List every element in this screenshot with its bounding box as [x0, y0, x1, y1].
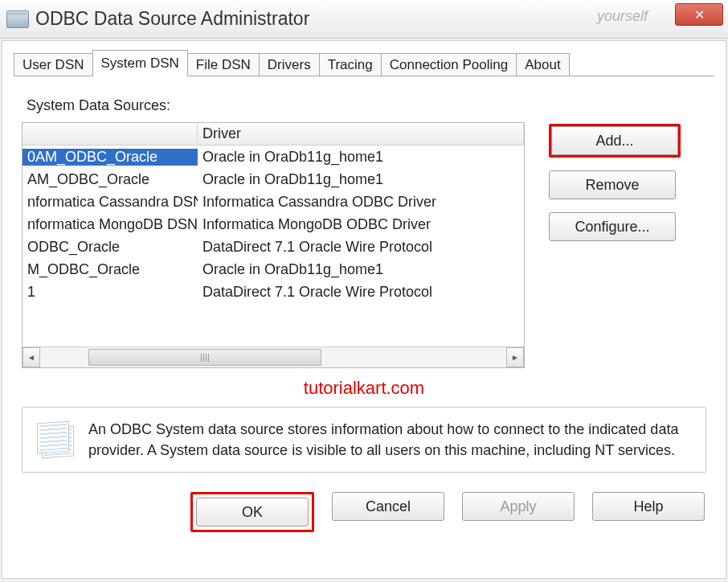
configure-button[interactable]: Configure... [549, 212, 676, 241]
data-sources-list[interactable]: Driver 0AM_ODBC_Oracle Oracle in OraDb11… [22, 122, 525, 368]
info-box: An ODBC System data source stores inform… [22, 407, 706, 473]
tab-about[interactable]: About [516, 53, 569, 76]
cell-name: 1 [22, 284, 198, 301]
highlight-add: Add... [549, 124, 681, 158]
cell-name: 0AM_ODBC_Oracle [22, 149, 198, 166]
content-row: Driver 0AM_ODBC_Oracle Oracle in OraDb11… [22, 122, 706, 368]
tab-user-dsn[interactable]: User DSN [14, 53, 93, 76]
ok-button[interactable]: OK [196, 498, 309, 527]
cell-driver: Oracle in OraDb11g_home1 [198, 171, 524, 188]
add-button[interactable]: Add... [551, 126, 678, 155]
close-button[interactable]: ✕ [675, 3, 723, 26]
list-body: 0AM_ODBC_Oracle Oracle in OraDb11g_home1… [22, 146, 524, 346]
cell-driver: Oracle in OraDb11g_home1 [198, 261, 524, 278]
dialog-body: User DSN System DSN File DSN Drivers Tra… [2, 40, 726, 579]
window-title: ODBC Data Source Administrator [35, 8, 309, 30]
cell-name: M_ODBC_Oracle [22, 261, 198, 278]
tab-connection-pooling[interactable]: Connection Pooling [381, 53, 517, 76]
highlight-ok: OK [190, 492, 314, 532]
column-header-driver[interactable]: Driver [198, 123, 524, 145]
remove-button[interactable]: Remove [549, 170, 676, 199]
cell-name: ODBC_Oracle [22, 239, 198, 256]
cell-name: nformatica MongoDB DSN [22, 216, 198, 233]
background-watermark: yourself [597, 8, 648, 25]
help-button[interactable]: Help [592, 492, 705, 521]
cell-driver: DataDirect 7.1 Oracle Wire Protocol [198, 284, 524, 301]
side-buttons: Add... Remove Configure... [549, 122, 681, 368]
cell-name: nformatica Cassandra DSN [22, 194, 198, 211]
cell-name: AM_ODBC_Oracle [22, 171, 198, 188]
horizontal-scrollbar[interactable]: ◄ ► [22, 346, 524, 367]
scroll-track[interactable] [40, 347, 506, 367]
list-row[interactable]: AM_ODBC_Oracle Oracle in OraDb11g_home1 [22, 168, 524, 191]
tab-tracing[interactable]: Tracing [319, 53, 382, 76]
tab-drivers[interactable]: Drivers [259, 53, 320, 76]
section-label: System Data Sources: [27, 97, 706, 114]
list-row[interactable]: ODBC_Oracle DataDirect 7.1 Oracle Wire P… [22, 236, 524, 258]
scroll-left-button[interactable]: ◄ [22, 347, 40, 367]
tabstrip: User DSN System DSN File DSN Drivers Tra… [2, 49, 726, 76]
scroll-thumb[interactable] [88, 349, 321, 366]
tab-file-dsn[interactable]: File DSN [187, 53, 260, 76]
cell-driver: DataDirect 7.1 Oracle Wire Protocol [198, 239, 524, 256]
titlebar: ODBC Data Source Administrator yourself … [0, 0, 728, 39]
scroll-right-button[interactable]: ► [506, 347, 524, 367]
list-row[interactable]: 0AM_ODBC_Oracle Oracle in OraDb11g_home1 [22, 146, 524, 168]
list-row[interactable]: nformatica MongoDB DSN Informatica Mongo… [22, 213, 524, 236]
list-row[interactable]: nformatica Cassandra DSN Informatica Cas… [22, 191, 524, 213]
info-text: An ODBC System data source stores inform… [88, 419, 694, 461]
apply-button[interactable]: Apply [462, 492, 575, 521]
panel: System Data Sources: Driver 0AM_ODBC_Ora… [2, 76, 726, 399]
list-header: Driver [22, 123, 524, 146]
close-icon: ✕ [694, 7, 705, 23]
cell-driver: Informatica Cassandra ODBC Driver [198, 194, 524, 211]
list-row[interactable]: 1 DataDirect 7.1 Oracle Wire Protocol [22, 281, 524, 303]
column-header-name[interactable] [22, 123, 198, 145]
app-icon [6, 10, 29, 28]
cancel-button[interactable]: Cancel [332, 492, 444, 521]
datasource-icon [34, 419, 76, 461]
dialog-button-row: OK Cancel Apply Help [2, 473, 726, 532]
cell-driver: Informatica MongoDB ODBC Driver [198, 216, 524, 233]
list-wrap: Driver 0AM_ODBC_Oracle Oracle in OraDb11… [22, 122, 525, 368]
list-row[interactable]: M_ODBC_Oracle Oracle in OraDb11g_home1 [22, 258, 524, 281]
tab-system-dsn[interactable]: System DSN [92, 50, 188, 76]
cell-driver: Oracle in OraDb11g_home1 [198, 149, 524, 166]
attribution-text: tutorialkart.com [22, 378, 706, 399]
